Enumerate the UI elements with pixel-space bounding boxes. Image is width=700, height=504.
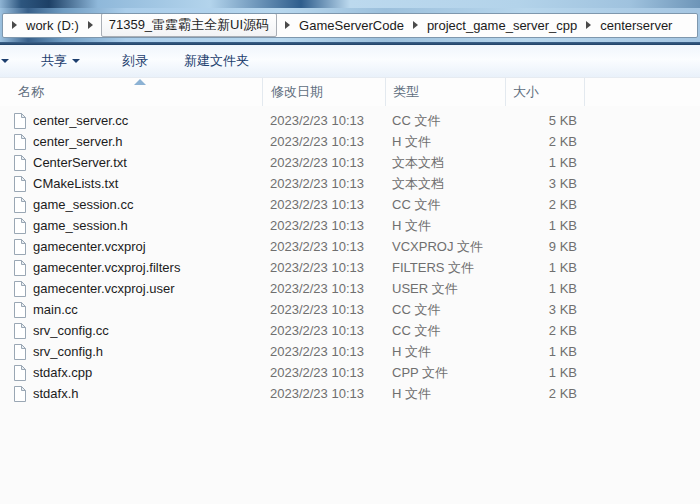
sort-ascending-icon — [134, 79, 146, 85]
file-name: stdafx.cpp — [33, 365, 92, 380]
file-name: game_session.cc — [33, 197, 133, 212]
file-type: CC 文件 — [385, 112, 505, 130]
file-date-modified: 2023/2/23 10:13 — [262, 302, 385, 317]
file-name: center_server.cc — [33, 113, 128, 128]
table-row[interactable]: stdafx.cpp 2023/2/23 10:13 CPP 文件 1 KB — [0, 362, 700, 383]
file-name: main.cc — [33, 302, 78, 317]
command-toolbar: 共享 刻录 新建文件夹 — [0, 45, 700, 78]
file-type: H 文件 — [385, 133, 505, 151]
file-name: CMakeLists.txt — [33, 176, 118, 191]
file-size: 5 KB — [505, 113, 585, 128]
file-size: 2 KB — [505, 323, 585, 338]
table-row[interactable]: srv_config.h 2023/2/23 10:13 H 文件 1 KB — [0, 341, 700, 362]
new-folder-button[interactable]: 新建文件夹 — [176, 47, 257, 75]
file-date-modified: 2023/2/23 10:13 — [262, 365, 385, 380]
file-date-modified: 2023/2/23 10:13 — [262, 155, 385, 170]
file-date-modified: 2023/2/23 10:13 — [262, 344, 385, 359]
file-type: 文本文档 — [385, 154, 505, 172]
file-type: CC 文件 — [385, 301, 505, 319]
breadcrumb-item-gameservercode[interactable]: GameServerCode — [297, 15, 406, 36]
clipped-dropdown-icon[interactable] — [1, 59, 9, 63]
table-row[interactable]: gamecenter.vcxproj 2023/2/23 10:13 VCXPR… — [0, 236, 700, 257]
new-folder-button-label: 新建文件夹 — [184, 52, 249, 70]
chevron-right-icon[interactable] — [285, 21, 290, 29]
breadcrumb-item-project-game-server-cpp[interactable]: project_game_server_cpp — [425, 15, 579, 36]
generic-file-icon — [13, 239, 27, 255]
table-row[interactable]: center_server.h 2023/2/23 10:13 H 文件 2 K… — [0, 131, 700, 152]
file-size: 2 KB — [505, 386, 585, 401]
column-header-type[interactable]: 类型 — [385, 78, 505, 106]
table-row[interactable]: main.cc 2023/2/23 10:13 CC 文件 3 KB — [0, 299, 700, 320]
generic-file-icon — [13, 197, 27, 213]
generic-file-icon — [13, 365, 27, 381]
file-type: CC 文件 — [385, 322, 505, 340]
file-name: gamecenter.vcxproj.user — [33, 281, 175, 296]
file-type: H 文件 — [385, 343, 505, 361]
file-date-modified: 2023/2/23 10:13 — [262, 323, 385, 338]
breadcrumb-item-project[interactable]: 71359_雷霆霸主全新UI源码 — [101, 13, 277, 37]
file-size: 1 KB — [505, 218, 585, 233]
chevron-down-icon — [72, 59, 80, 63]
chevron-right-icon[interactable] — [12, 21, 17, 29]
chevron-right-icon[interactable] — [413, 21, 418, 29]
file-size: 3 KB — [505, 176, 585, 191]
table-row[interactable]: CMakeLists.txt 2023/2/23 10:13 文本文档 3 KB — [0, 173, 700, 194]
breadcrumb-item-drive[interactable]: work (D:) — [24, 15, 81, 36]
table-row[interactable]: gamecenter.vcxproj.user 2023/2/23 10:13 … — [0, 278, 700, 299]
file-size: 1 KB — [505, 365, 585, 380]
column-header-name[interactable]: 名称 — [0, 78, 262, 106]
file-name: center_server.h — [33, 134, 123, 149]
file-size: 2 KB — [505, 134, 585, 149]
file-name: srv_config.cc — [33, 323, 109, 338]
generic-file-icon — [13, 386, 27, 402]
file-type: CPP 文件 — [385, 364, 505, 382]
file-date-modified: 2023/2/23 10:13 — [262, 239, 385, 254]
file-type: CC 文件 — [385, 196, 505, 214]
file-size: 1 KB — [505, 344, 585, 359]
file-size: 2 KB — [505, 197, 585, 212]
table-row[interactable]: CenterServer.txt 2023/2/23 10:13 文本文档 1 … — [0, 152, 700, 173]
column-header-size[interactable]: 大小 — [505, 78, 585, 106]
breadcrumb-item-centerserver[interactable]: centerserver — [598, 15, 674, 36]
burn-button[interactable]: 刻录 — [114, 47, 156, 75]
burn-button-label: 刻录 — [122, 52, 148, 70]
column-header-row: 名称 修改日期 类型 大小 — [0, 78, 700, 106]
file-list: center_server.cc 2023/2/23 10:13 CC 文件 5… — [0, 106, 700, 404]
file-date-modified: 2023/2/23 10:13 — [262, 176, 385, 191]
share-button[interactable]: 共享 — [33, 47, 88, 75]
table-row[interactable]: game_session.h 2023/2/23 10:13 H 文件 1 KB — [0, 215, 700, 236]
text-file-icon — [13, 176, 27, 192]
generic-file-icon — [13, 134, 27, 150]
file-name: gamecenter.vcxproj.filters — [33, 260, 180, 275]
chevron-right-icon[interactable] — [586, 21, 591, 29]
column-header-date-modified[interactable]: 修改日期 — [262, 78, 385, 106]
table-row[interactable]: stdafx.h 2023/2/23 10:13 H 文件 2 KB — [0, 383, 700, 404]
file-size: 9 KB — [505, 239, 585, 254]
file-size: 1 KB — [505, 155, 585, 170]
file-name: game_session.h — [33, 218, 128, 233]
chevron-right-icon[interactable] — [88, 21, 93, 29]
file-date-modified: 2023/2/23 10:13 — [262, 134, 385, 149]
file-type: FILTERS 文件 — [385, 259, 505, 277]
file-name: gamecenter.vcxproj — [33, 239, 146, 254]
file-date-modified: 2023/2/23 10:13 — [262, 260, 385, 275]
file-type: H 文件 — [385, 217, 505, 235]
file-type: VCXPROJ 文件 — [385, 238, 505, 256]
file-size: 1 KB — [505, 281, 585, 296]
generic-file-icon — [13, 323, 27, 339]
file-type: 文本文档 — [385, 175, 505, 193]
file-size: 1 KB — [505, 260, 585, 275]
file-name: CenterServer.txt — [33, 155, 127, 170]
breadcrumb[interactable]: work (D:) 71359_雷霆霸主全新UI源码 GameServerCod… — [2, 13, 698, 38]
table-row[interactable]: gamecenter.vcxproj.filters 2023/2/23 10:… — [0, 257, 700, 278]
table-row[interactable]: srv_config.cc 2023/2/23 10:13 CC 文件 2 KB — [0, 320, 700, 341]
generic-file-icon — [13, 344, 27, 360]
table-row[interactable]: center_server.cc 2023/2/23 10:13 CC 文件 5… — [0, 110, 700, 131]
file-date-modified: 2023/2/23 10:13 — [262, 197, 385, 212]
table-row[interactable]: game_session.cc 2023/2/23 10:13 CC 文件 2 … — [0, 194, 700, 215]
generic-file-icon — [13, 302, 27, 318]
file-date-modified: 2023/2/23 10:13 — [262, 218, 385, 233]
generic-file-icon — [13, 218, 27, 234]
address-bar-row: work (D:) 71359_雷霆霸主全新UI源码 GameServerCod… — [0, 8, 700, 42]
generic-file-icon — [13, 281, 27, 297]
